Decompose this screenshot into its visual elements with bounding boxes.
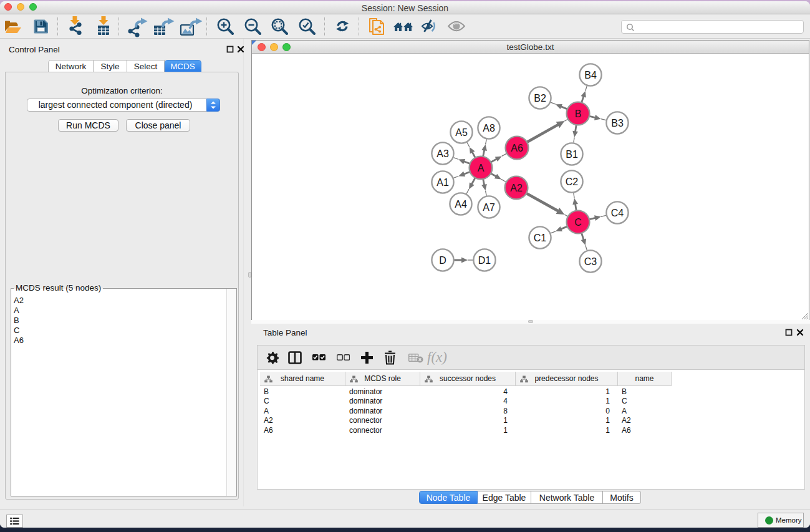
svg-text:A5: A5	[455, 127, 468, 138]
svg-text:B1: B1	[566, 149, 578, 160]
svg-text:C2: C2	[566, 177, 579, 187]
svg-text:B2: B2	[534, 93, 546, 104]
svg-text:B: B	[575, 109, 582, 119]
svg-text:C1: C1	[534, 233, 547, 243]
svg-text:A1: A1	[436, 177, 449, 188]
svg-text:C4: C4	[611, 208, 624, 218]
svg-text:C3: C3	[584, 256, 597, 267]
svg-text:A6: A6	[511, 143, 523, 153]
svg-text:A2: A2	[510, 183, 523, 193]
svg-text:A7: A7	[483, 202, 495, 213]
svg-text:A8: A8	[483, 123, 495, 133]
svg-text:A: A	[478, 163, 485, 173]
svg-text:C: C	[574, 217, 582, 228]
svg-text:D: D	[439, 255, 446, 266]
svg-text:A4: A4	[455, 199, 467, 210]
svg-text:D1: D1	[478, 255, 491, 266]
svg-text:B3: B3	[611, 118, 624, 128]
svg-text:B4: B4	[584, 70, 597, 80]
svg-text:A3: A3	[436, 148, 449, 159]
